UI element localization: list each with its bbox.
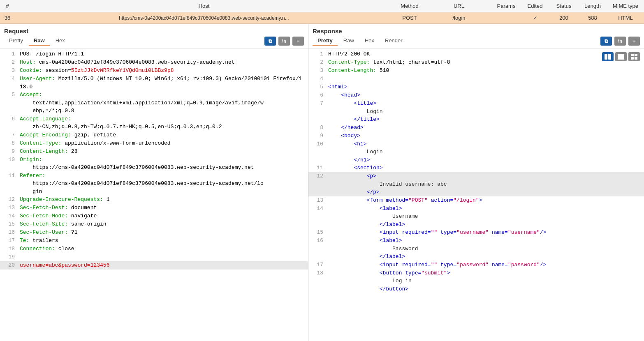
code-line: 2 Host: cms-0a4200ac04d071ef849c3706004e… [0,58,308,67]
code-line: 10 Origin: https://cms-0a4200ac04d071ef8… [0,156,308,172]
col-header-params: Params [492,3,521,9]
row-host: https://cms-0a4200ac04d071ef849c3706004e… [15,15,393,21]
tab-request-hex[interactable]: Hex [51,36,70,46]
request-panel-title: Request [0,24,308,36]
request-code-area[interactable]: 1 POST /login HTTP/1.1 2 Host: cms-0a420… [0,48,308,341]
code-line: 6 Accept-Language: zh-CN,zh;q=0.8,zh-TW;… [0,115,308,131]
main-pane: Request Pretty Raw Hex ⧉ \n ≡ 1 POST /lo… [0,24,644,341]
code-line: 1 POST /login HTTP/1.1 [0,50,308,58]
col-header-url: URL [426,3,492,9]
col-header-edited: Edited [521,3,549,9]
request-newline-icon[interactable]: \n [278,37,290,46]
tab-response-raw[interactable]: Raw [338,36,359,46]
tab-request-raw[interactable]: Raw [29,36,50,46]
svg-rect-1 [608,54,611,60]
svg-rect-5 [631,57,634,60]
code-line: 7 Accept-Encoding: gzip, deflate [0,131,308,139]
code-line: 14 Sec-Fetch-Mode: navigate [0,212,308,220]
code-line-highlighted: 12 <p> Invalid username: abc </p> [308,172,644,196]
col-header-mime: MIME type [607,3,644,9]
code-line-highlighted: 20 username=abc&password=123456 [0,261,308,270]
response-menu-icon[interactable]: ≡ [628,37,640,46]
code-line: 4 User-Agent: Mozilla/5.0 (Windows NT 10… [0,75,308,91]
view-icon-single[interactable] [615,52,627,61]
response-code-area[interactable]: 1 HTTP/2 200 OK 2 Content-Type: text/htm… [308,48,644,341]
response-tab-icons: ⧉ \n ≡ [600,37,640,46]
table-row[interactable]: 36 https://cms-0a4200ac04d071ef849c37060… [0,12,644,24]
code-line: 8 </head> [308,124,644,132]
response-panel-title: Response [308,24,644,36]
code-line: 5 <html> [308,83,644,91]
code-line: 13 Sec-Fetch-Dest: document [0,204,308,212]
code-line: 17 Te: trailers [0,237,308,245]
response-newline-icon[interactable]: \n [614,37,626,46]
col-header-status: Status [549,3,578,9]
code-line: 12 Upgrade-Insecure-Requests: 1 [0,196,308,204]
col-header-method: Method [393,3,426,9]
row-url: /login [426,15,492,21]
code-line: 14 <label> Username </label> [308,205,644,229]
request-copy-icon[interactable]: ⧉ [264,37,276,46]
svg-rect-4 [635,54,637,56]
code-line: 11 <section> [308,164,644,172]
svg-rect-0 [605,54,607,60]
row-edited: ✓ [521,15,549,21]
response-tab-bar: Pretty Raw Hex Render ⧉ \n ≡ [308,36,644,48]
view-toggle-icons [602,52,640,61]
code-line: 17 <input required="" type="password" na… [308,261,644,269]
row-status: 200 [549,15,578,21]
code-line: 11 Referer: https://cms-0a4200ac04d071ef… [0,172,308,196]
response-copy-icon[interactable]: ⧉ [600,37,612,46]
code-line: 4 [308,75,644,83]
code-line: 16 <label> Password </label> [308,237,644,261]
row-method: POST [393,15,426,21]
code-line: 13 <form method="POST" action="/login"> [308,196,644,205]
request-panel: Request Pretty Raw Hex ⧉ \n ≡ 1 POST /lo… [0,24,308,341]
code-line: 15 Sec-Fetch-Site: same-origin [0,220,308,228]
code-line: 15 <input required="" type="username" na… [308,228,644,237]
svg-rect-2 [618,54,624,60]
request-tab-bar: Pretty Raw Hex ⧉ \n ≡ [0,36,308,48]
view-icon-split[interactable] [602,52,614,61]
code-line: 10 <h1> Login </h1> [308,140,644,164]
svg-rect-3 [631,54,634,56]
tab-response-render[interactable]: Render [380,36,408,46]
row-mime: HTML [607,15,644,21]
col-header-length: Length [578,3,607,9]
code-line: 3 Cookie: session=5IztJJkDvWRRfkeY1VQd0m… [0,67,308,75]
code-line: 8 Content-Type: application/x-www-form-u… [0,139,308,147]
tab-response-pretty[interactable]: Pretty [313,36,338,46]
code-line: 5 Accept: text/html,application/xhtml+xm… [0,91,308,115]
code-line: 16 Sec-Fetch-User: ?1 [0,228,308,237]
row-length: 588 [578,15,607,21]
tab-request-pretty[interactable]: Pretty [4,36,28,46]
col-header-host: Host [15,3,393,9]
code-line: 7 <title> Login </title> [308,99,644,124]
code-line: 9 <body> [308,132,644,140]
code-line: 19 [0,253,308,261]
tab-response-hex[interactable]: Hex [360,36,379,46]
code-line: 18 Connection: close [0,245,308,253]
code-line: 18 <button type="submit"> Log in </butto… [308,269,644,293]
code-line: 1 HTTP/2 200 OK [308,50,644,58]
table-header: # Host Method URL Params Edited Status L… [0,0,644,12]
code-line: 9 Content-Length: 28 [0,147,308,156]
col-header-hash: # [0,3,15,9]
view-icon-grid[interactable] [628,52,640,61]
svg-rect-6 [635,57,637,60]
code-line: 2 Content-Type: text/html; charset=utf-8 [308,58,644,67]
code-line: 6 <head> [308,91,644,99]
request-tab-icons: ⧉ \n ≡ [264,37,304,46]
row-hash: 36 [0,15,15,21]
response-panel: Response Pretty Raw Hex Render ⧉ \n ≡ 1 … [308,24,644,341]
code-line: 3 Content-Length: 510 [308,67,644,75]
request-menu-icon[interactable]: ≡ [292,37,304,46]
